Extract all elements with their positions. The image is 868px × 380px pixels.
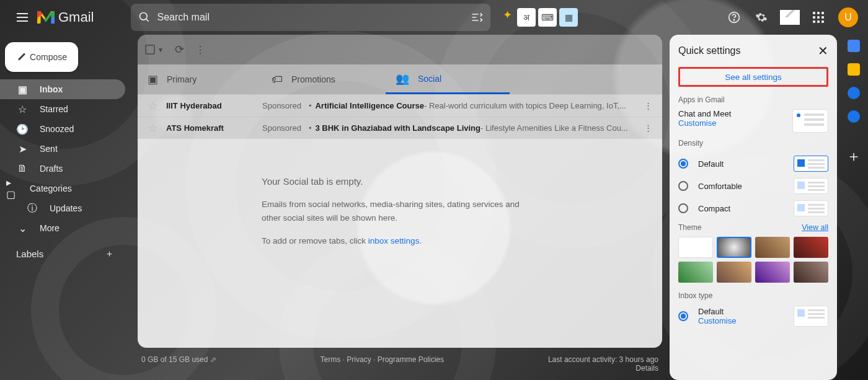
mail-notification-icon[interactable] xyxy=(780,10,800,25)
theme-thumb[interactable] xyxy=(755,262,790,283)
terms-link[interactable]: Terms xyxy=(321,355,341,364)
inbox-type-default[interactable]: Default Customise xyxy=(678,305,828,327)
settings-button[interactable] xyxy=(749,5,774,30)
refresh-button[interactable]: ⟳ xyxy=(175,43,184,56)
gmail-m-icon xyxy=(37,11,55,24)
left-sidebar: Compose ▣Inbox ☆Starred 🕑Snoozed ➤Sent 🗎… xyxy=(0,35,130,380)
row-more-button[interactable]: ⋮ xyxy=(640,101,656,110)
mail-row[interactable]: ☆ ATS Homekraft Sponsored • 3 BHK in Gha… xyxy=(138,117,662,139)
view-all-themes-link[interactable]: View all xyxy=(802,223,828,232)
compose-button[interactable]: Compose xyxy=(5,42,78,72)
tab-primary[interactable]: ▣Primary xyxy=(138,64,262,94)
apps-section-title: Apps in Gmail xyxy=(678,95,828,104)
customise-apps-link[interactable]: Customise xyxy=(678,118,731,128)
quick-settings-title: Quick settings xyxy=(678,45,740,56)
density-section-title: Density xyxy=(678,139,828,148)
google-apps-button[interactable] xyxy=(806,5,831,30)
theme-thumb[interactable] xyxy=(678,262,713,283)
contacts-addon-button[interactable] xyxy=(848,110,860,123)
help-icon xyxy=(728,11,740,24)
star-toggle[interactable]: ☆ xyxy=(148,122,157,135)
details-link[interactable]: Details xyxy=(636,364,658,373)
policies-link[interactable]: Programme Policies xyxy=(378,355,444,364)
chevron-right-icon: ▸ ▢ xyxy=(6,177,19,200)
activity-text: Last account activity: 3 hours ago xyxy=(548,355,658,364)
info-icon: ⓘ xyxy=(26,202,38,215)
sidebar-item-starred[interactable]: ☆Starred xyxy=(0,99,125,119)
sidebar-item-more[interactable]: ⌄More xyxy=(0,218,125,238)
select-all-checkbox[interactable]: ▼ xyxy=(145,45,164,55)
star-toggle[interactable]: ☆ xyxy=(148,99,157,113)
input-tool-1[interactable]: अ xyxy=(517,8,536,27)
category-tabs: ▣Primary 🏷Promotions 👥Social xyxy=(138,64,662,94)
get-addons-button[interactable]: ＋ xyxy=(846,146,861,166)
social-tab-icon: 👥 xyxy=(396,72,409,86)
sidebar-item-updates[interactable]: ⓘUpdates xyxy=(0,198,125,218)
sidebar-item-drafts[interactable]: 🗎Drafts xyxy=(0,159,125,179)
tab-social[interactable]: 👥Social xyxy=(386,64,510,94)
inbox-settings-link[interactable]: inbox settings xyxy=(368,236,420,245)
sidebar-item-inbox[interactable]: ▣Inbox xyxy=(0,79,125,99)
search-bar[interactable] xyxy=(131,4,490,31)
add-label-button[interactable]: ＋ xyxy=(105,248,114,260)
mail-row[interactable]: ☆ IIIT Hyderabad Sponsored • Artificial … xyxy=(138,94,662,117)
quick-settings-panel: Quick settings ✕ See all settings Apps i… xyxy=(670,35,837,380)
row-more-button[interactable]: ⋮ xyxy=(640,123,656,133)
main-menu-button[interactable] xyxy=(10,5,35,30)
theme-thumb[interactable] xyxy=(794,237,828,258)
sidebar-item-sent[interactable]: ➤Sent xyxy=(0,139,125,159)
sponsored-label: Sponsored xyxy=(262,101,301,110)
customise-inbox-link[interactable]: Customise xyxy=(698,316,736,325)
sponsored-label: Sponsored xyxy=(262,123,301,133)
theme-thumb-selected[interactable] xyxy=(717,237,751,258)
theme-thumb[interactable] xyxy=(717,262,751,283)
close-quick-settings-button[interactable]: ✕ xyxy=(818,43,828,58)
theme-thumb[interactable] xyxy=(678,237,713,258)
privacy-link[interactable]: Privacy xyxy=(347,355,371,364)
input-tool-3[interactable]: ▦ xyxy=(559,8,578,27)
header-bar: Gmail ✦ अ ⌨ ▦ U xyxy=(0,0,868,35)
search-icon xyxy=(138,11,151,24)
tab-promotions[interactable]: 🏷Promotions xyxy=(262,64,386,94)
pencil-icon xyxy=(16,51,22,63)
gmail-logo-text: Gmail xyxy=(58,9,94,25)
see-all-settings-button[interactable]: See all settings xyxy=(678,67,828,87)
theme-thumb[interactable] xyxy=(755,237,790,258)
account-avatar[interactable]: U xyxy=(838,7,858,27)
side-panel: ＋ xyxy=(839,35,868,380)
svg-point-0 xyxy=(140,13,148,20)
calendar-addon-button[interactable] xyxy=(848,40,860,52)
labels-header: Labels ＋ xyxy=(0,238,125,260)
clock-icon: 🕑 xyxy=(16,123,29,135)
sidebar-item-snoozed[interactable]: 🕑Snoozed xyxy=(0,119,125,139)
hamburger-icon xyxy=(17,17,28,18)
gear-icon xyxy=(755,11,768,24)
more-actions-button[interactable]: ⋮ xyxy=(195,44,205,56)
keep-addon-button[interactable] xyxy=(848,63,860,76)
search-input[interactable] xyxy=(157,12,471,23)
empty-body: Emails from social networks, media-shari… xyxy=(262,198,538,224)
send-icon: ➤ xyxy=(16,143,29,155)
star-icon: ☆ xyxy=(16,104,29,115)
density-compact[interactable]: Compact xyxy=(678,197,828,219)
input-tool-2[interactable]: ⌨ xyxy=(538,8,557,27)
input-tool-star-icon[interactable]: ✦ xyxy=(503,8,512,27)
theme-thumb[interactable] xyxy=(794,262,828,283)
density-comfortable[interactable]: Comfortable xyxy=(678,175,828,197)
gmail-logo[interactable]: Gmail xyxy=(37,9,94,25)
density-default[interactable]: Default xyxy=(678,152,828,175)
theme-grid xyxy=(678,237,828,283)
sidebar-item-categories[interactable]: ▸ ▢Categories xyxy=(0,179,125,198)
support-button[interactable] xyxy=(722,5,746,30)
chat-meet-preview xyxy=(792,109,828,133)
open-storage-icon[interactable]: ⬀ xyxy=(210,355,216,364)
main-content: ▼ ⟳ ⋮ ▣Primary 🏷Promotions 👥Social ☆ III… xyxy=(138,35,662,380)
inbox-icon: ▣ xyxy=(16,84,29,95)
svg-point-3 xyxy=(733,20,734,20)
mail-snippet: - Lifestyle Amenities Like a Fitness Cou… xyxy=(480,123,628,133)
tasks-addon-button[interactable] xyxy=(848,87,860,99)
inbox-type-title: Inbox type xyxy=(678,291,828,300)
chat-meet-label: Chat and Meet xyxy=(678,109,731,118)
mail-subject: Artificial Intelligence Course xyxy=(315,101,424,110)
search-options-icon[interactable] xyxy=(471,11,483,24)
